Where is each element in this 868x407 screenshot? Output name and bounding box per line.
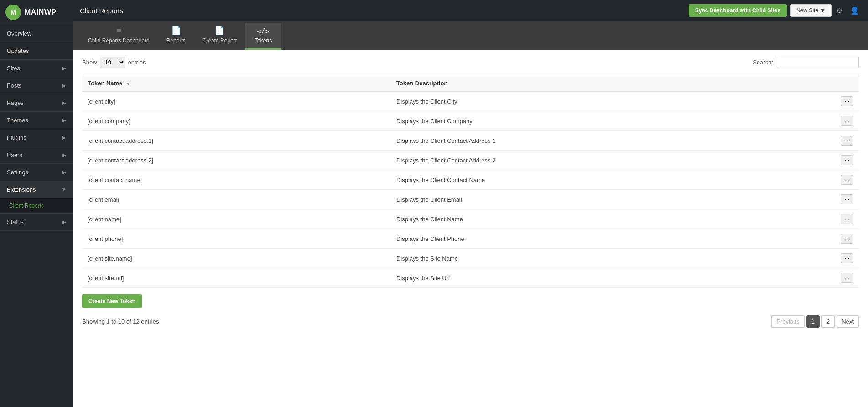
entry-info: Showing 1 to 10 of 12 entries [82,318,159,325]
sidebar-item-overview[interactable]: Overview [0,25,73,42]
tab-label: Child Reports Dashboard [88,37,150,44]
sidebar-item-sites[interactable]: Sites ▶ [0,60,73,77]
token-description-cell: Displays the Client Email [391,190,835,209]
code-icon: </> [257,27,270,36]
row-action-button[interactable]: ··· [841,253,853,263]
token-name-cell: [client.contact.address.1] [82,131,391,151]
create-new-token-button[interactable]: Create New Token [82,294,142,308]
tab-create-report[interactable]: 📄 Create Report [194,21,245,50]
topbar-actions: Sync Dashboard with Child Sites New Site… [689,4,861,17]
sidebar-item-users[interactable]: Users ▶ [0,146,73,164]
sidebar: M MAINWP Overview Updates Sites ▶ Posts … [0,0,73,407]
row-action-button[interactable]: ··· [841,214,853,224]
sidebar-item-plugins[interactable]: Plugins ▶ [0,129,73,146]
document-add-icon: 📄 [214,26,224,36]
table-footer: Showing 1 to 10 of 12 entries Previous 1… [82,315,859,328]
new-site-button[interactable]: New Site ▼ [790,4,832,17]
chevron-right-icon: ▶ [62,170,66,175]
entries-select[interactable]: 10 25 50 100 [100,57,125,68]
sidebar-item-label: Users [7,151,22,158]
row-action-button[interactable]: ··· [841,116,853,126]
token-description-cell: Displays the Client Company [391,111,835,131]
sidebar-item-pages[interactable]: Pages ▶ [0,94,73,112]
chevron-down-icon: ▼ [820,7,826,14]
token-name-cell: [client.site.name] [82,249,391,268]
tab-reports[interactable]: 📄 Reports [158,21,194,50]
token-name-cell: [client.contact.address.2] [82,151,391,170]
sidebar-item-label: Overview [7,30,31,37]
row-actions-cell: ··· [835,229,859,249]
sidebar-item-label: Updates [7,47,29,54]
table-row: [client.site.url] Displays the Site Url … [82,268,859,288]
col-token-name[interactable]: Token Name ▼ [82,75,391,92]
token-name-cell: [client.company] [82,111,391,131]
sidebar-item-label: Sites [7,65,20,72]
table-row: [client.company] Displays the Client Com… [82,111,859,131]
row-action-button[interactable]: ··· [841,194,853,204]
tokens-table: Token Name ▼ Token Description [client.c… [82,75,859,288]
token-name-cell: [client.name] [82,209,391,229]
tab-tokens[interactable]: </> Tokens [245,23,281,50]
row-actions-cell: ··· [835,131,859,151]
search-right: Search: [753,57,859,68]
token-name-cell: [client.contact.name] [82,170,391,190]
list-icon: ≡ [116,26,121,36]
token-description-cell: Displays the Client Name [391,209,835,229]
tab-label: Reports [166,37,186,44]
tab-child-reports-dashboard[interactable]: ≡ Child Reports Dashboard [80,21,158,50]
row-actions-cell: ··· [835,209,859,229]
tab-label: Create Report [203,37,237,44]
table-row: [client.city] Displays the Client City ·… [82,92,859,111]
user-icon[interactable]: 👤 [848,5,861,17]
table-row: [client.contact.address.1] Displays the … [82,131,859,151]
token-name-cell: [client.email] [82,190,391,209]
main-area: Client Reports Sync Dashboard with Child… [73,0,868,407]
table-header-row: Token Name ▼ Token Description [82,75,859,92]
search-input[interactable] [777,57,859,68]
row-action-button[interactable]: ··· [841,136,853,146]
sidebar-item-label: Status [7,219,24,225]
pagination: Previous 1 2 Next [771,315,859,328]
row-action-button[interactable]: ··· [841,155,853,165]
row-action-button[interactable]: ··· [841,234,853,244]
logo: M MAINWP [0,0,73,25]
table-row: [client.contact.address.2] Displays the … [82,151,859,170]
sidebar-item-posts[interactable]: Posts ▶ [0,77,73,94]
table-row: [client.contact.name] Displays the Clien… [82,170,859,190]
previous-button[interactable]: Previous [771,315,805,328]
page-1-button[interactable]: 1 [806,315,820,328]
sidebar-subitem-client-reports[interactable]: Client Reports [0,198,73,214]
token-name-cell: [client.site.url] [82,268,391,288]
sidebar-item-status[interactable]: Status ▶ [0,214,73,231]
refresh-icon[interactable]: ⟳ [835,5,845,17]
content-area: Show 10 25 50 100 entries Search: Token … [73,50,868,407]
token-name-cell: [client.phone] [82,229,391,249]
row-actions-cell: ··· [835,151,859,170]
page-2-button[interactable]: 2 [821,315,835,328]
logo-text: MAINWP [25,8,57,16]
sidebar-item-themes[interactable]: Themes ▶ [0,112,73,129]
sidebar-item-settings[interactable]: Settings ▶ [0,164,73,181]
row-action-button[interactable]: ··· [841,175,853,185]
document-icon: 📄 [171,26,181,36]
chevron-right-icon: ▶ [62,83,66,88]
col-token-description: Token Description [391,75,835,92]
next-button[interactable]: Next [837,315,859,328]
sync-button[interactable]: Sync Dashboard with Child Sites [689,4,787,17]
row-action-button[interactable]: ··· [841,96,853,106]
row-actions-cell: ··· [835,249,859,268]
sidebar-item-label: Plugins [7,134,26,141]
search-label: Search: [753,59,773,66]
table-row: [client.name] Displays the Client Name ·… [82,209,859,229]
row-actions-cell: ··· [835,268,859,288]
chevron-right-icon: ▶ [62,135,66,140]
sidebar-item-label: Posts [7,82,22,89]
sidebar-item-extensions[interactable]: Extensions ▼ [0,181,73,198]
sidebar-item-label: Extensions [7,186,36,193]
sidebar-item-updates[interactable]: Updates [0,42,73,60]
row-actions-cell: ··· [835,170,859,190]
sidebar-item-label: Themes [7,117,28,124]
token-description-cell: Displays the Client Contact Address 2 [391,151,835,170]
row-action-button[interactable]: ··· [841,273,853,283]
chevron-down-icon: ▼ [62,187,66,192]
